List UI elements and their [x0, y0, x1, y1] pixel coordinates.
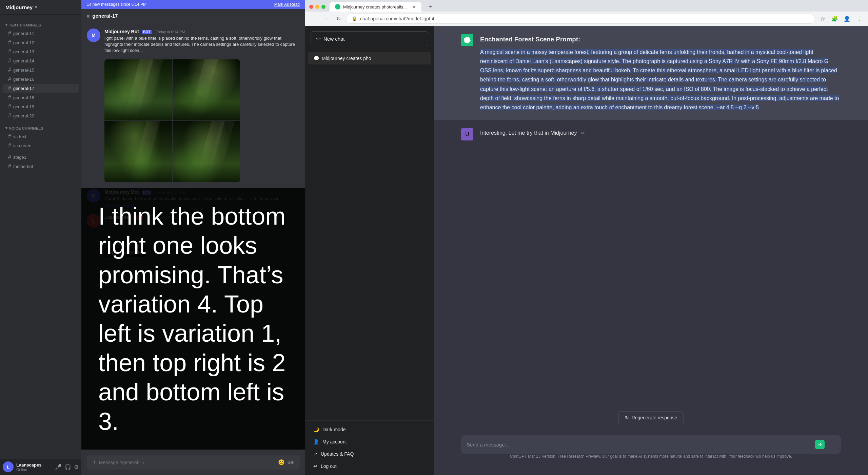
new-chat-button[interactable]: ✏ New chat [311, 31, 428, 46]
reload-button[interactable]: ↻ [334, 14, 343, 23]
channel-item-stage[interactable]: # stage1 [3, 153, 79, 162]
ai-avatar [461, 34, 473, 46]
forest-image-3 [104, 121, 172, 182]
channel-label: general-18 [13, 95, 34, 100]
edit-chat-icon[interactable]: ✏ [415, 56, 419, 61]
hash-icon: # [8, 133, 11, 139]
channel-item-memebot[interactable]: # meme-bot [3, 162, 79, 171]
chevron-down-icon: ▾ [35, 4, 37, 10]
tab-title: Midjourney creates photorealis... [343, 4, 407, 10]
menu-icon[interactable]: ⋮ [854, 14, 864, 23]
browser-tab[interactable]: Midjourney creates photorealis... ✕ [330, 2, 421, 12]
new-tab-button[interactable]: + [426, 2, 435, 12]
bookmark-icon[interactable]: ☆ [818, 14, 827, 23]
discord-header[interactable]: Midjourney ▾ [0, 0, 81, 15]
channel-hash-icon: # [87, 13, 90, 19]
dark-mode-toggle[interactable]: 🌙 Dark mode [308, 423, 431, 436]
logout-label: Log out [321, 463, 337, 469]
discord-input-box: + 😊 GIF [87, 455, 300, 470]
plus-icon[interactable]: + [92, 458, 96, 466]
chatgpt-bottom-menu: 🌙 Dark mode 👤 My account ↗ Updates & FAQ… [305, 420, 434, 475]
channel-item-general20[interactable]: # general-20 [3, 111, 79, 120]
url-bar[interactable]: 🔒 chat.openai.com/chat?model=gpt-4 [346, 14, 815, 24]
channel-item-general19[interactable]: # general-19 [3, 102, 79, 111]
settings-icon[interactable]: ⚙ [74, 464, 79, 470]
channel-item-general17[interactable]: # general-17 [3, 84, 79, 93]
logout-icon: ↩ [313, 463, 317, 469]
gif-icon[interactable]: GIF [288, 460, 294, 465]
message-time: Today at 6:14 PM [156, 30, 185, 34]
discord-message-input[interactable] [99, 460, 275, 465]
channel-item-general13[interactable]: # general-13 [3, 47, 79, 56]
hash-icon: # [8, 142, 11, 149]
channel-item-general15[interactable]: # general-15 [3, 65, 79, 74]
emoji-icon[interactable]: 😊 [278, 459, 285, 466]
hash-icon: # [8, 94, 11, 100]
mic-icon[interactable]: 🎤 [55, 464, 62, 470]
regenerate-button[interactable]: ↻ Regenerate response [618, 411, 684, 424]
user-message: U Interesting. Let me try that in Midjou… [434, 120, 868, 149]
window-minimize-button[interactable] [315, 5, 319, 9]
my-account-button[interactable]: 👤 My account [308, 436, 431, 448]
headphone-icon[interactable]: 🎧 [64, 464, 71, 470]
message-body: A magical scene in a mossy temperate for… [480, 49, 839, 110]
channel-label: general-17 [13, 86, 34, 91]
channel-item-general14[interactable]: # general-14 [3, 56, 79, 65]
forward-button[interactable]: › [321, 14, 331, 23]
extensions-icon[interactable]: 🧩 [830, 14, 840, 23]
channel-item-general12[interactable]: # general-12 [3, 38, 79, 47]
channel-label: meme-bot [13, 164, 33, 169]
chat-history-item[interactable]: 💬 Midjourney creates pho ✏ 🗑 [308, 52, 431, 64]
refresh-icon: ↻ [625, 415, 629, 420]
big-text-overlay: I think the bottom right one looks promi… [81, 188, 305, 450]
channel-label: general-15 [13, 68, 34, 73]
chatgpt-messages: Enchanted Forest Scene Prompt: A magical… [434, 26, 868, 411]
chatgpt-input-box [461, 435, 841, 454]
hash-icon: # [8, 163, 11, 169]
user-status: Online [16, 468, 52, 472]
username: Laanscapes [16, 462, 52, 468]
hash-icon: # [8, 58, 11, 64]
voice-channels-category: ▾ VOICE CHANNELS [0, 120, 81, 132]
hash-icon: # [8, 30, 11, 36]
user-icon: 👤 [313, 439, 319, 444]
chat-history: 💬 Midjourney creates pho ✏ 🗑 [305, 52, 434, 420]
notification-banner[interactable]: 14 new messages since 6:14 PM Mark As Re… [81, 0, 305, 9]
logout-button[interactable]: ↩ Log out [308, 460, 431, 472]
channel-label: general-12 [13, 40, 34, 45]
channel-item-general18[interactable]: # general-18 [3, 93, 79, 102]
hash-icon: # [8, 103, 11, 110]
back-button[interactable]: ‹ [309, 14, 319, 23]
updates-faq-label: Updates & FAQ [321, 451, 354, 457]
user-bar: L Laanscapes Online 🎤 🎧 ⚙ [0, 459, 81, 475]
edit-icon[interactable]: ✏ [581, 130, 585, 136]
window-close-button[interactable] [309, 5, 313, 9]
channel-item-vc-text[interactable]: # vc-text [3, 132, 79, 141]
user-text: Interesting. Let me try that in Midjourn… [480, 128, 841, 140]
chatgpt-section: Midjourney creates photorealis... ✕ + ‹ … [305, 0, 868, 475]
user-message-text: Interesting. Let me try that in Midjourn… [480, 128, 841, 137]
chatgpt-sidebar: ✏ New chat 💬 Midjourney creates pho ✏ 🗑 [305, 26, 434, 475]
updates-faq-button[interactable]: ↗ Updates & FAQ [308, 448, 431, 460]
chatgpt-footer: ChatGPT Mar 23 Version. Free Research Pr… [461, 454, 841, 464]
tab-close-icon[interactable]: ✕ [412, 4, 416, 10]
window-maximize-button[interactable] [321, 5, 326, 9]
profile-icon[interactable]: 👤 [842, 14, 852, 23]
chatgpt-message-input[interactable] [467, 442, 815, 448]
channel-item-general11[interactable]: # general-11 [3, 29, 79, 38]
channel-item-general16[interactable]: # general-16 [3, 75, 79, 83]
messages-area: M Midjourney Bot BOT Today at 6:14 PM li… [81, 23, 305, 450]
big-text-content: I think the bottom right one looks promi… [98, 202, 288, 436]
delete-chat-icon[interactable]: 🗑 [421, 56, 426, 61]
message-author: Midjourney Bot [104, 29, 139, 34]
browser-top: Midjourney creates photorealis... ✕ + [305, 0, 868, 12]
channel-item-vc-create[interactable]: # vc-create [3, 141, 79, 150]
send-button[interactable] [815, 440, 825, 449]
channel-header: # general-17 [81, 9, 305, 23]
channel-label: general-19 [13, 104, 34, 109]
chatgpt-input-area: ChatGPT Mar 23 Version. Free Research Pr… [434, 428, 868, 475]
mark-as-read-button[interactable]: Mark As Read [274, 2, 300, 7]
user-avatar: U [461, 128, 473, 140]
regenerate-section: ↻ Regenerate response [434, 411, 868, 424]
channel-label: general-14 [13, 58, 34, 63]
